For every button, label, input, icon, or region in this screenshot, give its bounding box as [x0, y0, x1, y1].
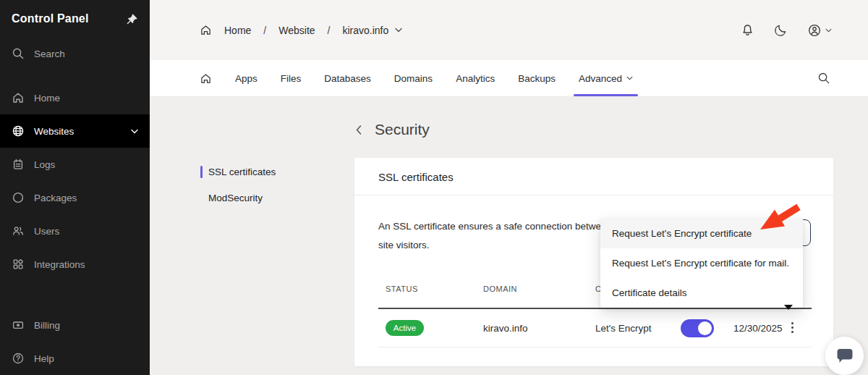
tab-files[interactable]: Files	[281, 60, 302, 96]
card-description: An SSL certificate ensures a safe connec…	[378, 217, 612, 255]
table-cell-domain: kiravo.info	[483, 323, 528, 334]
tabbar-search-button[interactable]	[817, 72, 830, 85]
tab-domains[interactable]: Domains	[394, 60, 433, 96]
sidebar-item-label: Logs	[34, 159, 55, 170]
subnav-item-ssl-certificates[interactable]: SSL certificates	[200, 159, 331, 185]
notifications-button[interactable]	[741, 23, 754, 37]
back-button[interactable]	[356, 125, 362, 135]
app-title: Control Panel	[12, 12, 89, 25]
tab-label: Analytics	[456, 73, 495, 84]
tab-label: Domains	[394, 73, 433, 84]
sidebar-item-integrations[interactable]: Integrations	[0, 248, 150, 281]
sidebar: Control Panel Search Home	[0, 0, 150, 375]
tab-home-icon	[200, 72, 212, 85]
bell-icon	[741, 23, 754, 37]
sidebar-spacer	[0, 281, 150, 308]
tab-label: Files	[281, 73, 302, 84]
breadcrumb-item-home[interactable]: Home	[224, 25, 251, 36]
column-header-status[interactable]: STATUS	[386, 285, 418, 293]
sidebar-item-label: Integrations	[34, 259, 85, 270]
tab-search-icon	[817, 72, 830, 85]
active-tab-indicator	[574, 94, 638, 96]
pin-icon	[126, 13, 138, 25]
tab-label: Advanced	[579, 73, 622, 84]
users-icon	[12, 224, 25, 237]
help-icon	[12, 352, 25, 365]
sidebar-item-packages[interactable]: Packages	[0, 181, 150, 214]
user-avatar-icon	[807, 23, 822, 38]
tab-label: Apps	[235, 73, 258, 84]
tab-home-button[interactable]	[200, 72, 212, 85]
sidebar-item-websites[interactable]: Websites	[0, 114, 150, 148]
billing-icon	[12, 319, 25, 332]
cursor-arrow-icon	[757, 203, 803, 239]
toggle-knob	[698, 321, 712, 335]
topbar: Home / Website / kiravo.info	[150, 0, 868, 60]
moon-icon	[774, 23, 788, 37]
topbar-actions	[741, 23, 832, 38]
chevron-down-icon	[131, 129, 138, 134]
breadcrumb-item-website[interactable]: Website	[278, 25, 315, 36]
breadcrumb-domain-label: kiravo.info	[342, 25, 388, 36]
column-header-domain[interactable]: DOMAIN	[483, 285, 517, 293]
card-title: SSL certificates	[378, 171, 454, 183]
main-area: Home / Website / kiravo.info	[150, 0, 868, 375]
breadcrumb-home-icon[interactable]	[200, 24, 212, 36]
chevron-down-icon	[626, 76, 633, 80]
sidebar-item-label: Help	[34, 353, 54, 364]
sidebar-search[interactable]: Search	[0, 39, 150, 68]
table-header-border	[378, 308, 812, 309]
page-title: Security	[375, 121, 430, 138]
tab-apps[interactable]: Apps	[235, 60, 258, 96]
pin-sidebar-button[interactable]	[126, 13, 138, 25]
breadcrumb: Home / Website / kiravo.info	[200, 24, 402, 36]
tab-label: Databases	[324, 73, 371, 84]
sidebar-item-logs[interactable]: Logs	[0, 148, 150, 181]
tab-backups[interactable]: Backups	[518, 60, 556, 96]
breadcrumb-item-domain[interactable]: kiravo.info	[342, 25, 402, 36]
sidebar-item-label: Packages	[34, 193, 77, 203]
security-subnav: SSL certificates ModSecurity	[200, 159, 331, 211]
globe-icon	[12, 125, 25, 138]
status-badge: Active	[386, 320, 424, 336]
sort-caret-icon[interactable]	[784, 305, 793, 310]
ssl-certificates-card: SSL certificates An SSL certificate ensu…	[354, 158, 833, 366]
kebab-menu-icon[interactable]	[787, 318, 797, 337]
chat-bubble-icon	[836, 347, 854, 364]
certificate-toggle[interactable]	[681, 319, 714, 337]
sidebar-item-label: Home	[34, 93, 60, 104]
sidebar-bottom-nav: Billing Help	[0, 308, 150, 375]
dark-mode-button[interactable]	[774, 23, 788, 37]
tab-label: Backups	[518, 73, 556, 84]
table-cell-valid-till: 12/30/2025	[733, 323, 783, 334]
chat-widget-button[interactable]	[825, 337, 864, 375]
breadcrumb-separator: /	[263, 25, 266, 36]
card-description-line2: site visitors.	[378, 236, 612, 255]
tab-advanced[interactable]: Advanced	[579, 60, 633, 96]
content-area: Security SSL certificates ModSecurity SS…	[150, 97, 868, 375]
tab-databases[interactable]: Databases	[324, 60, 371, 96]
tab-analytics[interactable]: Analytics	[456, 60, 495, 96]
sidebar-item-users[interactable]: Users	[0, 214, 150, 248]
sidebar-item-label: Users	[34, 226, 59, 237]
sidebar-item-help[interactable]: Help	[0, 342, 150, 375]
menu-item-certificate-details[interactable]: Certificate details	[600, 278, 803, 308]
integrations-icon	[12, 258, 25, 271]
sidebar-item-label: Billing	[34, 320, 60, 331]
sidebar-search-label: Search	[34, 49, 65, 59]
card-description-line1: An SSL certificate ensures a safe connec…	[378, 217, 612, 236]
breadcrumb-separator: /	[328, 25, 331, 36]
chevron-down-icon	[825, 28, 832, 33]
table-row-divider	[378, 347, 812, 347]
subnav-item-modsecurity[interactable]: ModSecurity	[200, 185, 331, 211]
package-icon	[12, 191, 25, 204]
logs-icon	[12, 158, 25, 171]
menu-item-request-certificate-mail[interactable]: Request Let's Encrypt certificate for ma…	[600, 248, 803, 278]
sidebar-item-billing[interactable]: Billing	[0, 308, 150, 342]
account-menu-button[interactable]	[807, 23, 832, 38]
card-divider	[354, 195, 833, 195]
subnav-item-label: ModSecurity	[208, 193, 263, 203]
home-icon	[12, 91, 25, 104]
sidebar-item-home[interactable]: Home	[0, 81, 150, 114]
page-header: Security	[356, 121, 430, 138]
